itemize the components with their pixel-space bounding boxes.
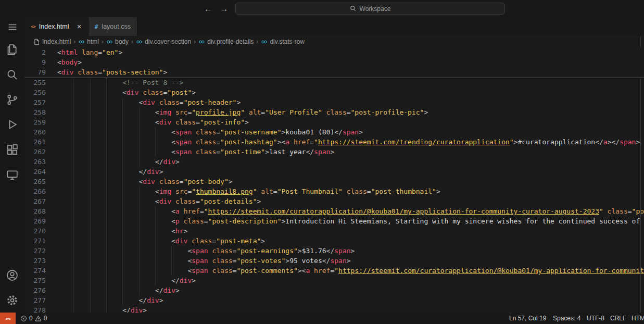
line-number[interactable]: 256 bbox=[24, 88, 46, 97]
line-number[interactable]: 263 bbox=[24, 157, 46, 167]
line-number[interactable]: 258 bbox=[24, 107, 46, 117]
breadcrumb-item-file[interactable]: Index.html bbox=[33, 38, 71, 45]
account-button[interactable] bbox=[0, 263, 24, 288]
breadcrumb-item-html[interactable]: html bbox=[78, 38, 99, 45]
code-line[interactable]: 9<body> bbox=[24, 57, 644, 67]
code-line[interactable]: 268<a href="https://steemit.com/curatora… bbox=[24, 206, 644, 216]
code-line[interactable]: 267<div class="post-details"> bbox=[24, 196, 644, 206]
code-line[interactable]: 270<hr> bbox=[24, 226, 644, 236]
line-number[interactable]: 79 bbox=[24, 67, 46, 77]
editor[interactable]: 2<html lang="en">9<body>79<div class="po… bbox=[24, 47, 644, 313]
line-number[interactable]: 260 bbox=[24, 127, 46, 137]
line-number[interactable]: 265 bbox=[24, 177, 46, 186]
forward-button[interactable]: → bbox=[220, 4, 228, 13]
breadcrumb-item-body[interactable]: body bbox=[106, 38, 129, 45]
code-line[interactable]: 276</div> bbox=[24, 285, 644, 295]
tab-index-html[interactable]: <> Index.html ✕ bbox=[24, 17, 89, 36]
menu-button[interactable] bbox=[0, 17, 24, 37]
line-number[interactable]: 274 bbox=[24, 266, 46, 276]
breadcrumb-item-stats-row[interactable]: div.stats-row bbox=[261, 38, 304, 45]
code-line[interactable]: 269<p class="post-description">Introduct… bbox=[24, 216, 644, 226]
vscode-window: ← → Workspace bbox=[0, 0, 644, 324]
activity-item-source-control[interactable] bbox=[0, 87, 24, 112]
code-line[interactable]: 262<span class="post-time">last year</sp… bbox=[24, 147, 644, 157]
eol-setting[interactable]: CRLF bbox=[610, 313, 626, 324]
code-line[interactable]: 264</div> bbox=[24, 167, 644, 177]
line-number[interactable]: 271 bbox=[24, 236, 46, 246]
indent-guide bbox=[73, 236, 74, 246]
indent-guide bbox=[73, 305, 74, 313]
remote-indicator[interactable]: >< bbox=[0, 313, 16, 324]
indent-guide bbox=[90, 266, 91, 276]
command-center-search[interactable]: Workspace bbox=[235, 3, 505, 15]
line-number[interactable]: 267 bbox=[24, 196, 46, 206]
indent-guide bbox=[139, 256, 140, 266]
indentation-setting[interactable]: Spaces: 4 bbox=[553, 313, 580, 324]
cursor-position[interactable]: Ln 57, Col 19 bbox=[509, 313, 546, 324]
activity-item-explorer[interactable] bbox=[0, 37, 24, 62]
code-line[interactable]: 2<html lang="en"> bbox=[24, 47, 644, 57]
activity-item-run-debug[interactable] bbox=[0, 112, 24, 137]
line-number[interactable]: 255 bbox=[24, 78, 46, 88]
line-number[interactable]: 278 bbox=[24, 305, 46, 313]
code-line[interactable]: 256<div class="post"> bbox=[24, 88, 644, 97]
line-number[interactable]: 273 bbox=[24, 256, 46, 266]
line-number[interactable]: 268 bbox=[24, 206, 46, 216]
activity-item-extensions[interactable] bbox=[0, 137, 24, 162]
line-number[interactable]: 259 bbox=[24, 117, 46, 127]
code-line[interactable]: 258<img src="profile.jpg" alt="User Prof… bbox=[24, 107, 644, 117]
code-line[interactable]: 275</div> bbox=[24, 276, 644, 285]
line-number[interactable]: 261 bbox=[24, 137, 46, 147]
code-line[interactable]: 259<div class="post-info"> bbox=[24, 117, 644, 127]
indent-guide bbox=[73, 276, 74, 285]
back-button[interactable]: ← bbox=[204, 4, 212, 13]
indent-guide bbox=[155, 147, 156, 157]
tab-close-icon[interactable]: ✕ bbox=[77, 23, 82, 30]
problems-indicator[interactable]: 0 0 bbox=[20, 315, 47, 322]
line-number[interactable]: 276 bbox=[24, 285, 46, 295]
indent-guide bbox=[106, 196, 107, 206]
indent-guide bbox=[106, 167, 107, 177]
encoding-setting[interactable]: UTF-8 bbox=[587, 313, 604, 324]
line-number[interactable]: 9 bbox=[24, 57, 46, 67]
code-line[interactable]: 272<span class="post-earnings">$31.76</s… bbox=[24, 246, 644, 256]
indent-guide bbox=[155, 137, 156, 147]
indent-guide bbox=[106, 117, 107, 127]
code-line[interactable]: 261<span class="post-hashtag"><a href="h… bbox=[24, 137, 644, 147]
code-line[interactable]: 277</div> bbox=[24, 295, 644, 305]
status-bar: >< 0 0 Ln 57, Col 19 Spaces: 4 UTF-8 CRL… bbox=[0, 313, 644, 324]
line-number[interactable]: 275 bbox=[24, 276, 46, 285]
activity-item-remote-explorer[interactable] bbox=[0, 162, 24, 187]
line-number[interactable]: 266 bbox=[24, 186, 46, 196]
code-line[interactable]: 273<span class="post-votes">95 votes</sp… bbox=[24, 256, 644, 266]
line-number[interactable]: 257 bbox=[24, 97, 46, 107]
settings-button[interactable] bbox=[0, 288, 24, 313]
breadcrumb-item-cover-section[interactable]: div.cover-section bbox=[136, 38, 191, 45]
indent-guide bbox=[73, 256, 74, 266]
activity-item-search[interactable] bbox=[0, 62, 24, 87]
code-line[interactable]: 260<span class="post-username">kouba01 (… bbox=[24, 127, 644, 137]
code-line[interactable]: 271<div class="post-meta"> bbox=[24, 236, 644, 246]
breadcrumb-item-profile-details[interactable]: div.profile-details bbox=[198, 38, 254, 45]
code-line[interactable]: 266<img src="thumbnail8.png" alt="Post T… bbox=[24, 186, 644, 196]
code-line[interactable]: 278</div> bbox=[24, 305, 644, 313]
line-number[interactable]: 264 bbox=[24, 167, 46, 177]
code-line[interactable]: 79<div class="posts-section"> bbox=[24, 67, 644, 77]
line-number[interactable]: 2 bbox=[24, 47, 46, 57]
code-area[interactable]: 255<!-- Post 8 -->256<div class="post">2… bbox=[24, 78, 644, 313]
line-number[interactable]: 269 bbox=[24, 216, 46, 226]
indent-guide bbox=[90, 276, 91, 285]
code-line[interactable]: 257<div class="post-header"> bbox=[24, 97, 644, 107]
line-number[interactable]: 262 bbox=[24, 147, 46, 157]
line-number[interactable]: 277 bbox=[24, 295, 46, 305]
code-line[interactable]: 263</div> bbox=[24, 157, 644, 167]
indent-guide bbox=[122, 107, 123, 117]
code-line[interactable]: 255<!-- Post 8 --> bbox=[24, 78, 644, 88]
line-number[interactable]: 272 bbox=[24, 246, 46, 256]
code-line[interactable]: 274<span class="post-comments"><a href="… bbox=[24, 266, 644, 276]
indent-guide bbox=[106, 147, 107, 157]
line-number[interactable]: 270 bbox=[24, 226, 46, 236]
code-line[interactable]: 265<div class="post-body"> bbox=[24, 177, 644, 186]
language-mode[interactable]: HTML bbox=[632, 313, 644, 324]
tab-layout-css[interactable]: # layout.css bbox=[89, 17, 137, 36]
